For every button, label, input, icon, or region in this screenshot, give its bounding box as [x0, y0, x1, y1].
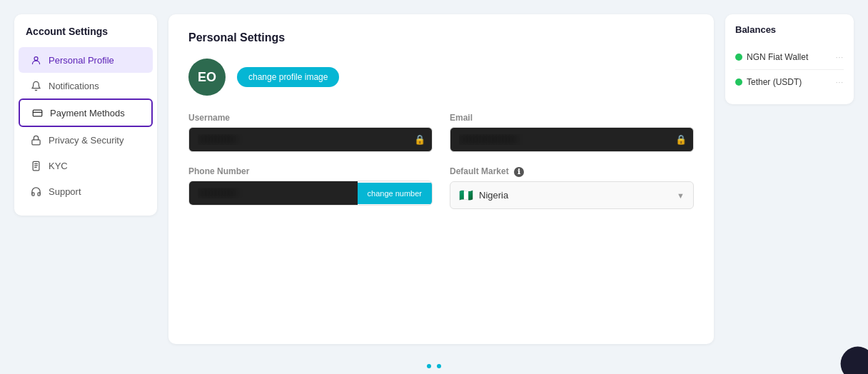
balance-left: Tether (USDT)	[735, 77, 802, 87]
market-dropdown[interactable]: 🇳🇬 Nigeria ▼	[450, 181, 694, 209]
email-input-wrapper: 🔒	[450, 127, 694, 152]
wallet-name: NGN Fiat Wallet	[747, 52, 808, 62]
email-input[interactable]	[450, 127, 694, 152]
sidebar-item-label: Personal Profile	[49, 55, 114, 66]
market-name: Nigeria	[479, 190, 508, 201]
username-input-wrapper: 🔒	[188, 127, 433, 152]
phone-input[interactable]	[189, 181, 358, 205]
pagination-dot	[437, 364, 441, 368]
wallet-dot	[735, 79, 742, 86]
chevron-down-icon: ▼	[677, 191, 685, 200]
phone-group: Phone Number change number	[188, 166, 433, 209]
avatar: EO	[188, 59, 226, 96]
sidebar: Account Settings Personal Profile Notifi…	[14, 14, 157, 216]
change-image-button[interactable]: change profile image	[237, 67, 339, 87]
lock-icon: 🔒	[675, 134, 687, 145]
right-panel: Balances NGN Fiat Wallet ··· Tether (USD…	[725, 14, 854, 104]
wallet-name: Tether (USDT)	[747, 77, 802, 87]
sidebar-item-privacy-security[interactable]: Privacy & Security	[19, 127, 153, 153]
form-grid: Username 🔒 Email 🔒 Phone Num	[188, 113, 694, 209]
phone-label: Phone Number	[188, 166, 433, 176]
avatar-row: EO change profile image	[188, 59, 694, 96]
phone-wrapper: change number	[188, 181, 433, 206]
sidebar-item-label: Support	[49, 186, 81, 197]
market-group: Default Market ℹ 🇳🇬 Nigeria ▼	[450, 166, 694, 209]
svg-rect-3	[31, 139, 39, 144]
bell-icon	[30, 80, 41, 91]
email-group: Email 🔒	[450, 113, 694, 152]
wallet-dot	[735, 54, 742, 61]
sidebar-item-notifications[interactable]: Notifications	[19, 73, 153, 98]
pagination-dot	[427, 364, 431, 368]
flag-icon: 🇳🇬	[459, 188, 473, 202]
lock-icon: 🔒	[414, 134, 425, 145]
balance-item-ngn: NGN Fiat Wallet ···	[735, 45, 844, 70]
email-label: Email	[450, 113, 694, 123]
market-value: 🇳🇬 Nigeria	[459, 188, 508, 202]
more-options-icon[interactable]: ···	[836, 79, 844, 86]
more-options-icon[interactable]: ···	[836, 54, 844, 61]
person-icon	[30, 54, 41, 66]
balances-title: Balances	[735, 24, 844, 35]
sidebar-item-kyc[interactable]: KYC	[19, 153, 153, 178]
headset-icon	[30, 186, 41, 197]
card-icon	[31, 107, 43, 118]
document-icon	[30, 160, 41, 171]
sidebar-item-label: KYC	[49, 161, 68, 171]
username-group: Username 🔒	[188, 113, 433, 152]
market-label: Default Market ℹ	[450, 166, 694, 177]
sidebar-item-personal-profile[interactable]: Personal Profile	[19, 47, 153, 73]
main-content: Personal Settings EO change profile imag…	[168, 14, 714, 344]
balance-left: NGN Fiat Wallet	[735, 52, 808, 62]
svg-rect-1	[33, 110, 42, 116]
bottom-dots	[0, 358, 868, 374]
username-input[interactable]	[188, 127, 433, 152]
sidebar-item-label: Privacy & Security	[49, 135, 123, 146]
change-number-button[interactable]: change number	[358, 183, 432, 204]
section-title: Personal Settings	[188, 31, 694, 44]
info-icon[interactable]: ℹ	[514, 167, 524, 177]
lock-icon	[30, 134, 41, 146]
sidebar-item-payment-methods[interactable]: Payment Methods	[19, 98, 153, 127]
username-label: Username	[188, 113, 433, 123]
sidebar-item-label: Payment Methods	[50, 108, 125, 118]
sidebar-item-label: Notifications	[49, 81, 99, 91]
sidebar-title: Account Settings	[14, 26, 157, 47]
balance-item-usdt: Tether (USDT) ···	[735, 70, 844, 94]
sidebar-item-support[interactable]: Support	[19, 178, 153, 204]
svg-point-0	[34, 56, 38, 60]
